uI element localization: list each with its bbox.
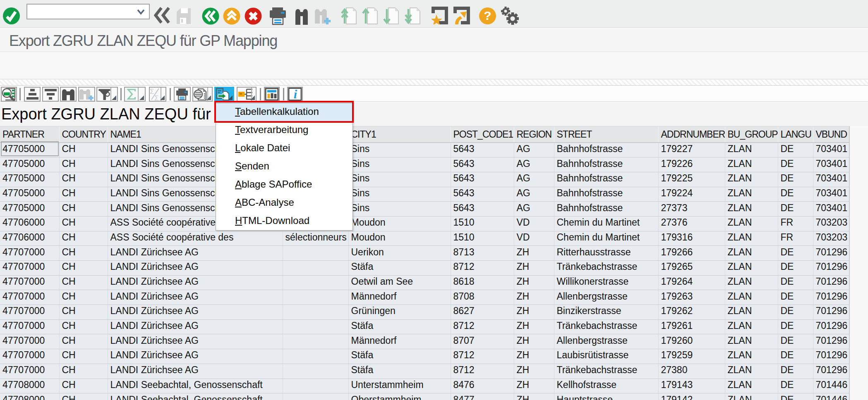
svg-text:Σ: Σ (150, 88, 154, 95)
svg-text:?: ? (484, 9, 491, 22)
svg-text:i: i (294, 88, 297, 101)
svg-text:Σ: Σ (154, 94, 159, 101)
